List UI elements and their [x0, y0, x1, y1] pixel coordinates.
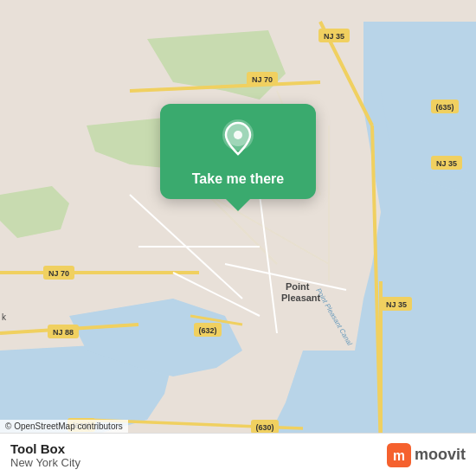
svg-text:m: m — [393, 448, 405, 463]
map-background: Point Pleasant Canal NJ 70 NJ 35 NJ 35 (… — [0, 0, 476, 476]
popup-card[interactable]: Take me there — [160, 104, 316, 199]
copyright-text: © OpenStreetMap contributors — [5, 421, 123, 431]
svg-text:NJ 70: NJ 70 — [252, 75, 273, 84]
svg-point-44 — [234, 131, 242, 139]
svg-text:(635): (635) — [435, 103, 453, 112]
svg-text:NJ 35: NJ 35 — [324, 32, 344, 41]
bottom-bar: Tool Box New York City m moovit — [0, 433, 476, 476]
location-info: Tool Box New York City — [10, 441, 80, 469]
svg-text:Pleasant: Pleasant — [281, 293, 321, 303]
moovit-text: moovit — [415, 446, 466, 464]
svg-text:NJ 70: NJ 70 — [48, 269, 69, 278]
moovit-logo: m moovit — [387, 443, 466, 467]
svg-text:(630): (630) — [255, 423, 273, 432]
map-container: Point Pleasant Canal NJ 70 NJ 35 NJ 35 (… — [0, 0, 476, 476]
svg-text:NJ 35: NJ 35 — [386, 300, 407, 309]
svg-text:(632): (632) — [198, 326, 216, 335]
moovit-icon: m — [387, 443, 411, 467]
location-name: Tool Box — [10, 441, 80, 456]
svg-text:NJ 88: NJ 88 — [53, 328, 74, 337]
take-me-there-button[interactable]: Take me there — [192, 171, 284, 187]
location-city: New York City — [10, 456, 80, 469]
svg-text:Point: Point — [286, 281, 310, 292]
svg-text:NJ 35: NJ 35 — [436, 159, 457, 168]
copyright-bar: © OpenStreetMap contributors — [0, 420, 128, 433]
location-pin-icon — [221, 119, 255, 163]
